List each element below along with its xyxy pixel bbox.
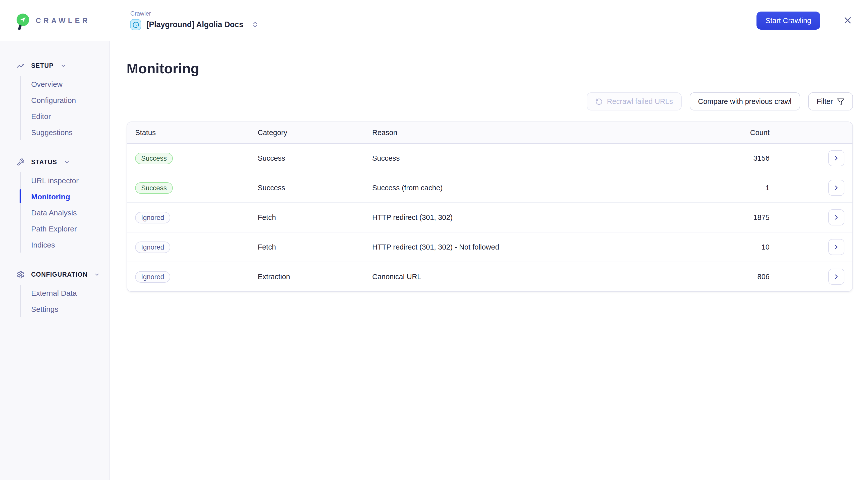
sidebar-item-monitoring[interactable]: Monitoring	[31, 188, 110, 204]
recrawl-button-label: Recrawl failed URLs	[607, 97, 673, 105]
wrench-icon	[17, 158, 25, 166]
sidebar-item-path-explorer[interactable]: Path Explorer	[31, 220, 110, 236]
nav-section-title: STATUS	[31, 159, 57, 166]
column-header-status: Status	[127, 129, 258, 136]
monitoring-table: Status Category Reason Count Success Suc…	[127, 122, 853, 292]
filter-funnel-icon	[837, 98, 844, 105]
chevron-right-icon	[833, 155, 840, 162]
table-actions: Recrawl failed URLs Compare with previou…	[127, 92, 853, 110]
sidebar-item-data-analysis[interactable]: Data Analysis	[31, 204, 110, 220]
status-badge: Ignored	[135, 212, 170, 223]
table-row: Ignored Fetch HTTP redirect (301, 302) 1…	[127, 203, 852, 232]
gear-icon	[17, 270, 25, 279]
count-cell: 1875	[709, 213, 770, 221]
sidebar-item-label[interactable]: Suggestions	[31, 128, 72, 136]
sidebar-item-url-inspector[interactable]: URL inspector	[31, 172, 110, 188]
count-cell: 1	[709, 184, 770, 192]
row-detail-button[interactable]	[828, 150, 844, 166]
category-cell: Success	[258, 184, 372, 192]
count-cell: 10	[709, 243, 770, 251]
nav-section-setup: SETUP Overview Configuration Editor Sugg…	[17, 60, 110, 140]
table-row: Ignored Extraction Canonical URL 806	[127, 262, 852, 291]
sidebar-item-suggestions[interactable]: Suggestions	[31, 124, 110, 140]
chevron-right-icon	[833, 184, 840, 191]
sidebar-item-label[interactable]: Indices	[31, 240, 55, 249]
reason-cell: HTTP redirect (301, 302) - Not followed	[372, 243, 709, 251]
clock-icon	[130, 19, 142, 30]
sidebar-item-settings[interactable]: Settings	[31, 301, 110, 317]
chevrons-up-down-icon	[251, 21, 258, 28]
navigation-arrow-icon	[20, 17, 26, 23]
page-title: Monitoring	[127, 61, 853, 76]
sidebar-item-overview[interactable]: Overview	[31, 76, 110, 92]
rotate-ccw-icon	[595, 98, 603, 105]
reason-cell: HTTP redirect (301, 302)	[372, 213, 709, 221]
status-badge: Ignored	[135, 271, 170, 282]
start-crawling-button[interactable]: Start Crawling	[756, 11, 820, 29]
row-detail-button[interactable]	[828, 180, 844, 196]
topbar: CRAWLER Crawler [Playground] Algolia Doc…	[0, 0, 868, 41]
trending-up-icon	[17, 62, 25, 70]
table-row: Success Success Success 3156	[127, 143, 852, 173]
close-icon	[842, 15, 853, 26]
sidebar-item-label[interactable]: Settings	[31, 305, 58, 313]
count-cell: 3156	[709, 154, 770, 162]
nav-section-status: STATUS URL inspector Monitoring Data Ana…	[17, 156, 110, 253]
column-header-category: Category	[258, 129, 372, 136]
sidebar-item-label[interactable]: Path Explorer	[31, 224, 77, 233]
compare-previous-crawl-button[interactable]: Compare with previous crawl	[689, 92, 800, 110]
chevron-right-icon	[833, 214, 840, 221]
chevron-down-icon	[60, 63, 66, 69]
reason-cell: Canonical URL	[372, 273, 709, 281]
selector-label: Crawler	[130, 10, 258, 17]
row-detail-button[interactable]	[828, 239, 844, 255]
project-name: [Playground] Algolia Docs	[147, 20, 243, 29]
nav-section-configuration-header[interactable]: CONFIGURATION	[17, 268, 110, 281]
sidebar-item-external-data[interactable]: External Data	[31, 285, 110, 301]
chevron-down-icon	[64, 159, 70, 165]
chevron-down-icon	[94, 271, 100, 278]
sidebar-item-label[interactable]: External Data	[31, 288, 77, 297]
sidebar-item-label[interactable]: Configuration	[31, 96, 76, 104]
category-cell: Success	[258, 154, 372, 162]
filter-button[interactable]: Filter	[808, 92, 853, 110]
row-detail-button[interactable]	[828, 210, 844, 225]
column-header-count: Count	[709, 129, 770, 136]
sidebar-item-editor[interactable]: Editor	[31, 108, 110, 124]
sidebar-item-indices[interactable]: Indices	[31, 236, 110, 253]
chevron-right-icon	[833, 244, 840, 251]
table-header: Status Category Reason Count	[127, 122, 852, 143]
nav-section-status-header[interactable]: STATUS	[17, 156, 110, 168]
reason-cell: Success (from cache)	[372, 184, 709, 192]
brand-wordmark: CRAWLER	[36, 16, 90, 24]
column-header-reason: Reason	[372, 129, 709, 136]
nav-section-configuration: CONFIGURATION External Data Settings	[17, 268, 110, 317]
count-cell: 806	[709, 273, 770, 281]
sidebar-item-label[interactable]: URL inspector	[31, 176, 79, 185]
row-detail-button[interactable]	[828, 268, 844, 285]
table-row: Ignored Fetch HTTP redirect (301, 302) -…	[127, 232, 852, 262]
status-badge: Ignored	[135, 241, 170, 253]
compare-button-label: Compare with previous crawl	[698, 97, 792, 105]
app-window: CRAWLER Crawler [Playground] Algolia Doc…	[0, 0, 868, 480]
close-button[interactable]	[842, 15, 853, 26]
category-cell: Fetch	[258, 243, 372, 251]
status-badge: Success	[135, 182, 173, 194]
nav-section-title: CONFIGURATION	[31, 271, 88, 278]
sidebar-item-label[interactable]: Overview	[31, 79, 63, 88]
sidebar-item-label[interactable]: Data Analysis	[31, 208, 77, 217]
crawler-project-selector[interactable]: Crawler [Playground] Algolia Docs	[130, 10, 258, 30]
sidebar-item-label[interactable]: Editor	[31, 112, 51, 120]
nav-section-setup-header[interactable]: SETUP	[17, 60, 110, 72]
category-cell: Extraction	[258, 273, 372, 281]
reason-cell: Success	[372, 154, 709, 162]
nav-section-title: SETUP	[31, 62, 54, 69]
table-row: Success Success Success (from cache) 1	[127, 173, 852, 203]
sidebar-item-label[interactable]: Monitoring	[31, 192, 70, 200]
sidebar-item-configuration[interactable]: Configuration	[31, 92, 110, 108]
category-cell: Fetch	[258, 213, 372, 221]
crawler-logo[interactable]: CRAWLER	[17, 13, 90, 27]
sidebar: SETUP Overview Configuration Editor Sugg…	[0, 41, 110, 480]
recrawl-failed-urls-button[interactable]: Recrawl failed URLs	[587, 92, 682, 110]
main-content: Monitoring Recrawl failed URLs Compare w…	[110, 41, 868, 480]
